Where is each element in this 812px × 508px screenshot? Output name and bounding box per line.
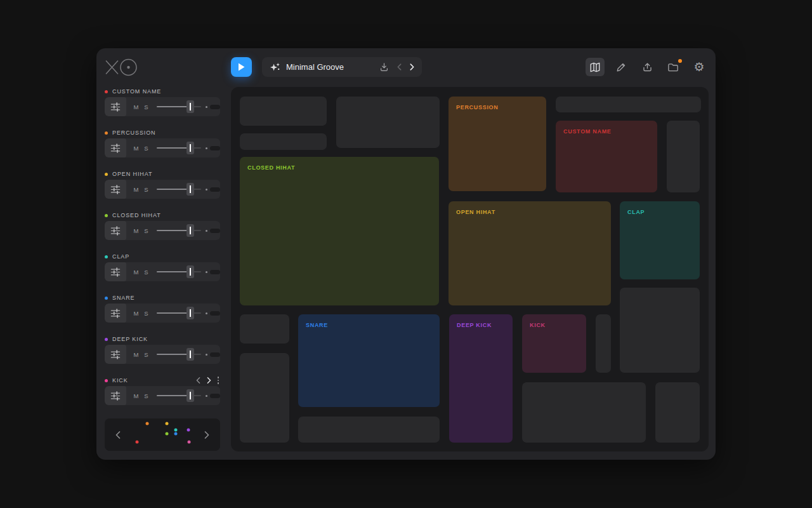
track-mixer-button[interactable]: [105, 304, 126, 323]
track-solo-button[interactable]: S: [143, 227, 149, 234]
sample-block-empty-5[interactable]: [667, 121, 700, 192]
prev-preset-button[interactable]: [397, 64, 402, 70]
xo-app-window: CUSTOM NAMEMSPERCUSSIONMSOPEN HIHATMSCLO…: [96, 48, 716, 460]
sample-block-empty-1[interactable]: [240, 97, 327, 126]
volume-slider-handle[interactable]: [187, 348, 194, 361]
volume-slider-handle[interactable]: [187, 142, 194, 154]
track-solo-button[interactable]: S: [143, 104, 149, 110]
track-pan-pill[interactable]: [210, 146, 220, 150]
track-pan-pill[interactable]: [210, 352, 220, 357]
track-volume-slider[interactable]: [157, 304, 201, 323]
track-mixer-button[interactable]: [105, 262, 126, 281]
track-volume-slider[interactable]: [157, 221, 201, 240]
sample-block-empty-2[interactable]: [240, 133, 327, 150]
sample-block-empty-11[interactable]: [522, 382, 646, 443]
track-pan-pill[interactable]: [210, 229, 220, 233]
download-preset-button[interactable]: [379, 62, 389, 72]
sample-block-snare[interactable]: SNARE: [298, 314, 440, 407]
sample-block-deep-kick[interactable]: DEEP KICK: [449, 314, 513, 443]
track-mute-button[interactable]: M: [133, 186, 139, 193]
play-button[interactable]: [231, 57, 252, 77]
sample-block-empty-6[interactable]: [620, 288, 700, 373]
preset-name: Minimal Groove: [286, 62, 344, 72]
sample-block-empty-9[interactable]: [298, 417, 440, 443]
track-volume-slider[interactable]: [157, 386, 201, 405]
track-mixer-button[interactable]: [105, 97, 126, 116]
notification-dot: [678, 59, 682, 63]
track-mixer-button[interactable]: [105, 345, 126, 364]
track-prev-sample-button[interactable]: [195, 377, 202, 384]
edit-button[interactable]: [612, 58, 631, 76]
sample-block-clap[interactable]: CLAP: [620, 201, 700, 279]
export-button[interactable]: [638, 58, 657, 76]
track-mixer-button[interactable]: [105, 138, 126, 157]
sample-block-custom-name[interactable]: CUSTOM NAME: [556, 121, 657, 192]
track-mute-button[interactable]: M: [133, 310, 139, 317]
sample-block-open-hihat[interactable]: OPEN HIHAT: [449, 201, 611, 305]
track-mute-button[interactable]: M: [133, 269, 139, 276]
track-mute-button[interactable]: M: [133, 351, 139, 358]
track-mixer-button[interactable]: [105, 221, 126, 240]
track-pan-pill[interactable]: [210, 105, 220, 109]
minimap-dot: [166, 422, 169, 425]
mixer-icon: [110, 309, 121, 318]
track-mute-button[interactable]: M: [133, 392, 139, 399]
track-solo-button[interactable]: S: [143, 392, 149, 399]
sample-block-empty-12[interactable]: [655, 382, 700, 443]
sample-block-empty-3[interactable]: [336, 97, 440, 148]
track-mixer-button[interactable]: [105, 386, 126, 405]
track-deep-kick: DEEP KICKMS: [105, 336, 220, 364]
track-volume-slider[interactable]: [157, 262, 201, 281]
mixer-icon: [110, 267, 121, 277]
sample-block-percussion[interactable]: PERCUSSION: [449, 97, 546, 191]
track-solo-button[interactable]: S: [143, 269, 149, 276]
track-name-label: SNARE: [112, 295, 135, 301]
preset-pill[interactable]: Minimal Groove: [262, 57, 422, 77]
track-solo-button[interactable]: S: [143, 145, 149, 152]
track-pan-pill[interactable]: [210, 187, 220, 192]
minimap-prev-button[interactable]: [112, 431, 124, 439]
track-pan-pill[interactable]: [210, 270, 220, 274]
sample-block-empty-7[interactable]: [240, 314, 289, 344]
pencil-icon: [616, 62, 627, 72]
sparkle-icon: [270, 62, 281, 73]
sample-block-empty-8[interactable]: [240, 353, 289, 443]
track-pan-pill[interactable]: [210, 311, 220, 316]
track-volume-slider[interactable]: [157, 345, 201, 364]
browser-button[interactable]: [664, 58, 683, 76]
track-mixer-button[interactable]: [105, 180, 126, 199]
track-volume-slider[interactable]: [157, 97, 201, 116]
volume-slider-handle[interactable]: [187, 100, 194, 113]
track-next-sample-button[interactable]: [206, 377, 213, 384]
next-preset-button[interactable]: [410, 64, 414, 70]
track-volume-slider[interactable]: [157, 180, 201, 199]
sample-block-empty-10[interactable]: [596, 314, 611, 373]
pattern-minimap[interactable]: [105, 418, 220, 451]
track-solo-button[interactable]: S: [143, 351, 149, 358]
sample-block-empty-4[interactable]: [556, 97, 701, 112]
sample-block-label: DEEP KICK: [457, 322, 492, 328]
sample-block-closed-hihat[interactable]: CLOSED HIHAT: [240, 157, 439, 305]
track-volume-slider[interactable]: [157, 138, 201, 157]
settings-button[interactable]: ⚙: [690, 58, 709, 76]
track-solo-button[interactable]: S: [143, 310, 149, 317]
track-solo-button[interactable]: S: [143, 186, 149, 193]
mixer-icon: [110, 226, 121, 236]
map-view-button[interactable]: [586, 58, 605, 76]
minimap-dot: [136, 441, 139, 444]
track-mute-button[interactable]: M: [133, 145, 139, 152]
track-color-dot: [105, 90, 108, 93]
volume-slider-handle[interactable]: [187, 307, 194, 319]
track-mute-button[interactable]: M: [133, 104, 139, 110]
track-pan-pill[interactable]: [210, 394, 220, 398]
volume-slider-handle[interactable]: [187, 389, 194, 402]
volume-slider-handle[interactable]: [187, 183, 194, 196]
volume-slider-handle[interactable]: [187, 265, 194, 278]
track-mute-button[interactable]: M: [133, 227, 139, 234]
volume-slider-handle[interactable]: [187, 224, 194, 237]
track-controls-row: MS: [105, 386, 220, 405]
track-menu-button[interactable]: [216, 377, 221, 384]
minimap-next-button[interactable]: [200, 431, 213, 439]
track-list: CUSTOM NAMEMSPERCUSSIONMSOPEN HIHATMSCLO…: [105, 88, 220, 418]
sample-block-kick[interactable]: KICK: [522, 314, 586, 373]
